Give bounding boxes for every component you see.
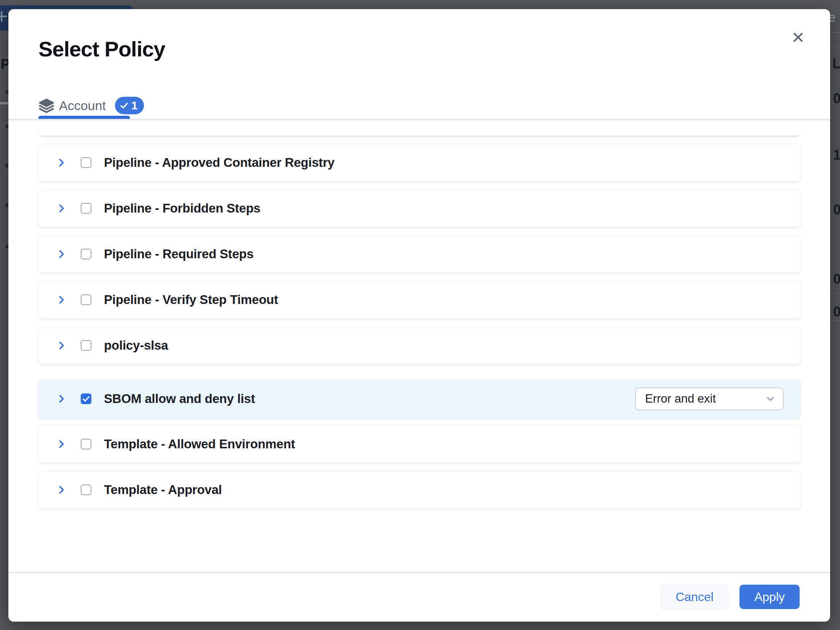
policy-row[interactable]: Template - Allowed Environment	[38, 425, 800, 463]
apply-button[interactable]: Apply	[739, 585, 800, 609]
expand-chevron-icon[interactable]	[56, 340, 67, 351]
policy-name: Pipeline - Required Steps	[104, 247, 254, 261]
policy-name: Pipeline - Verify Step Timeout	[104, 293, 278, 307]
plus-icon: +	[0, 4, 8, 29]
policy-checkbox[interactable]	[81, 439, 91, 449]
expand-chevron-icon[interactable]	[56, 203, 67, 214]
policy-checkbox[interactable]	[81, 249, 91, 259]
background-cell-value: 0	[833, 91, 840, 107]
expand-chevron-icon[interactable]	[56, 157, 67, 168]
policy-checkbox[interactable]	[81, 203, 91, 214]
background-right-column-header: L	[832, 56, 840, 72]
background-cell-value: 1	[833, 147, 840, 163]
dialog-footer: Cancel Apply	[8, 573, 800, 620]
layers-icon	[38, 98, 54, 114]
policy-checkbox[interactable]	[81, 157, 91, 168]
tab-account[interactable]: Account 1	[38, 94, 144, 117]
policy-name: policy-slsa	[104, 338, 168, 353]
expand-chevron-icon[interactable]	[56, 439, 67, 449]
dialog-title: Select Policy	[38, 37, 165, 61]
close-icon	[792, 31, 805, 44]
background-right-divider	[830, 293, 840, 294]
screen: + P ne L 0 1 0 0 0 Select Policy	[0, 0, 840, 630]
policy-row[interactable]: policy-slsa	[38, 327, 800, 364]
policy-row[interactable]: Pipeline - Forbidden Steps	[38, 190, 800, 227]
policy-row[interactable]: Pipeline - Approved Container Registry	[38, 144, 800, 181]
policy-row[interactable]: Pipeline - Verify Step Timeout	[38, 281, 800, 318]
policy-name: SBOM allow and deny list	[104, 392, 255, 406]
close-button[interactable]	[790, 29, 806, 46]
policy-row-selected[interactable]: SBOM allow and deny list Error and exit	[38, 380, 800, 418]
policy-name: Template - Allowed Environment	[104, 437, 295, 451]
policy-row[interactable]: Pipeline - Required Steps	[38, 235, 800, 273]
policy-list: Pipeline - Approved Container Registry P…	[38, 120, 800, 508]
selected-count: 1	[131, 99, 138, 112]
action-select-value: Error and exit	[645, 392, 716, 406]
check-icon	[120, 101, 129, 110]
policy-name: Pipeline - Forbidden Steps	[104, 201, 260, 216]
scrolled-policy-row-partial[interactable]	[38, 120, 800, 136]
select-policy-dialog: Select Policy Account 1 Pipeline - Appro…	[8, 9, 830, 622]
background-cell-value: 0	[833, 202, 840, 218]
background-right-divider	[830, 320, 840, 321]
policy-checkbox[interactable]	[81, 340, 91, 351]
expand-chevron-icon[interactable]	[56, 484, 67, 495]
policy-name: Template - Approval	[104, 483, 222, 497]
selected-count-badge: 1	[115, 97, 144, 114]
background-left-divider	[0, 102, 8, 104]
background-cell-value: 0	[833, 271, 840, 287]
policy-name: Pipeline - Approved Container Registry	[104, 155, 334, 170]
expand-chevron-icon[interactable]	[56, 249, 67, 259]
policy-checkbox[interactable]	[81, 294, 91, 305]
action-select[interactable]: Error and exit	[635, 387, 784, 410]
policy-checkbox[interactable]	[81, 393, 91, 404]
cancel-button[interactable]: Cancel	[661, 585, 728, 609]
expand-chevron-icon[interactable]	[56, 294, 67, 305]
background-cell-value: 0	[833, 304, 840, 320]
policy-row[interactable]: Template - Approval	[38, 471, 800, 508]
policy-checkbox[interactable]	[81, 484, 91, 495]
tab-account-label: Account	[59, 98, 106, 113]
background-right-divider	[830, 46, 840, 46]
chevron-down-icon	[765, 393, 776, 405]
expand-chevron-icon[interactable]	[56, 393, 67, 404]
background-right-divider	[830, 32, 840, 33]
